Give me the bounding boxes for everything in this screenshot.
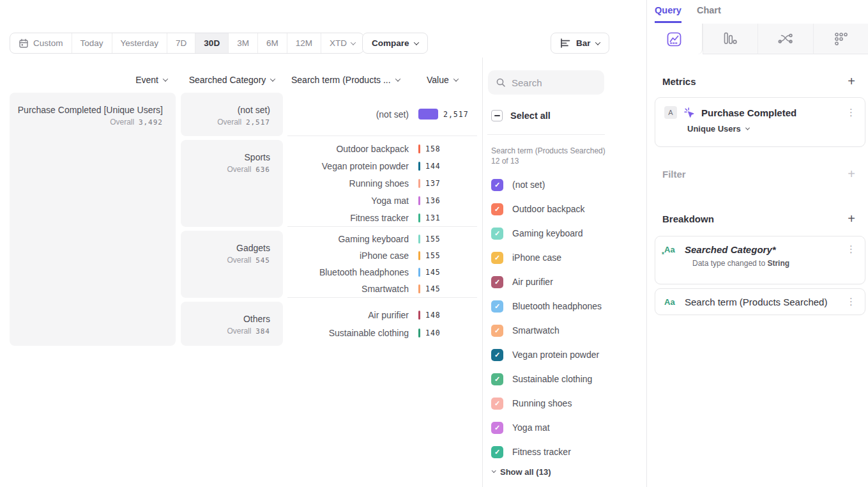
legend-item[interactable]: ✓iPhone case (491, 245, 638, 270)
show-all-link[interactable]: Show all (13) (492, 467, 551, 477)
search-term-label: Vegan protein powder (287, 161, 409, 171)
table-row[interactable]: Sustainable clothing140 (287, 324, 477, 342)
tab-insights[interactable] (647, 24, 703, 54)
tab-flows[interactable] (758, 24, 813, 54)
column-header-searched-category[interactable]: Searched Category (181, 74, 283, 86)
table-row[interactable]: Smartwatch145 (287, 281, 477, 297)
legend-item-checkbox[interactable]: ✓ (491, 252, 503, 264)
chart-type-button[interactable]: Bar (551, 33, 609, 54)
table-row[interactable]: Outdoor backpack158 (287, 140, 477, 157)
legend-item-label: Fitness tracker (512, 447, 571, 457)
search-input[interactable] (512, 77, 588, 88)
category-cell[interactable]: SportsOverall 636 (181, 140, 283, 227)
tab-funnels[interactable] (703, 24, 758, 54)
table-row[interactable]: Air purifier148 (287, 306, 477, 324)
table-row[interactable]: Vegan protein powder144 (287, 157, 477, 174)
tab-chart[interactable]: Chart (697, 5, 721, 23)
date-range-7d[interactable]: 7D (167, 33, 195, 53)
legend-item[interactable]: ✓Running shoes (491, 391, 638, 415)
tab-query[interactable]: Query (655, 5, 681, 23)
kebab-menu-icon[interactable]: ⋮ (846, 108, 856, 118)
legend-item-checkbox[interactable]: ✓ (491, 446, 503, 458)
legend-item-checkbox[interactable]: ✓ (491, 398, 503, 410)
legend-item[interactable]: ✓Bluetooth headphones (491, 294, 638, 318)
category-cell[interactable]: (not set)Overall 2,517 (181, 93, 283, 136)
legend-item[interactable]: ✓Outdoor backpack (491, 197, 638, 221)
add-filter-button[interactable]: + (845, 167, 858, 180)
date-range-xtd[interactable]: XTD (321, 33, 363, 53)
date-range-today[interactable]: Today (72, 33, 112, 53)
value-bar (418, 213, 420, 222)
measure-dropdown[interactable]: Unique Users (687, 124, 865, 134)
legend-item[interactable]: ✓Yoga mat (491, 415, 638, 440)
table-row[interactable]: (not set)2,517 (287, 105, 477, 123)
legend-item-checkbox[interactable]: ✓ (491, 373, 503, 385)
search-term-label: Bluetooth headphones (287, 267, 409, 277)
column-header-event[interactable]: Event (10, 74, 167, 86)
table-row[interactable]: Gaming keyboard155 (287, 231, 477, 247)
add-metric-button[interactable]: + (845, 75, 858, 88)
add-breakdown-button[interactable]: + (845, 212, 858, 225)
legend-item-checkbox[interactable]: ✓ (491, 228, 503, 240)
tab-retention[interactable] (813, 24, 868, 54)
legend-item-checkbox[interactable]: ✓ (491, 300, 503, 313)
date-range-yesterday[interactable]: Yesterday (112, 33, 167, 53)
legend-item-label: Sustainable clothing (512, 374, 592, 384)
table-row[interactable]: Yoga mat136 (287, 192, 477, 209)
breakdown-card[interactable]: AaSearch term (Products Searched)⋮ (655, 288, 865, 315)
legend-item-list: ✓(not set)✓Outdoor backpack✓Gaming keybo… (491, 173, 638, 464)
date-range-label: Custom (33, 38, 63, 48)
category-name: Sports (188, 151, 270, 163)
table-row[interactable]: Fitness tracker131 (287, 209, 477, 226)
date-range-custom[interactable]: Custom (10, 33, 72, 53)
date-range-12m[interactable]: 12M (287, 33, 321, 53)
metric-event-name: Purchase Completed (701, 107, 840, 118)
metric-card[interactable]: A Purchase Completed ⋮ Unique Users (655, 97, 865, 147)
legend-item-checkbox[interactable]: ✓ (491, 276, 503, 288)
divider (646, 0, 647, 487)
date-range-label: 6M (266, 38, 278, 48)
divider (482, 58, 483, 487)
chevron-down-icon (453, 76, 459, 81)
kebab-menu-icon[interactable]: ⋮ (846, 297, 856, 307)
column-header-value[interactable]: Value (427, 74, 458, 86)
insights-icon (667, 32, 681, 47)
property-type-icon: Aa* (664, 245, 678, 254)
date-range-30d[interactable]: 30D (195, 33, 228, 53)
breakdown-property-name: Search term (Products Searched) (685, 297, 840, 307)
legend-item[interactable]: ✓(not set) (491, 173, 638, 197)
legend-item[interactable]: ✓Smartwatch (491, 318, 638, 343)
compare-button[interactable]: Compare (362, 33, 428, 54)
legend-subtitle: Search term (Products Searched) 12 of 13 (491, 146, 609, 166)
legend-item-checkbox[interactable]: ✓ (491, 349, 503, 361)
date-range-label: XTD (330, 38, 347, 48)
legend-item-checkbox[interactable]: ✓ (491, 179, 503, 191)
category-name: Gadgets (188, 242, 270, 254)
category-cell[interactable]: GadgetsOverall 545 (181, 231, 283, 298)
legend-item[interactable]: ✓Vegan protein powder (491, 343, 638, 367)
kebab-menu-icon[interactable]: ⋮ (846, 245, 856, 254)
report-type-strip (647, 24, 868, 54)
legend-item-checkbox[interactable]: ✓ (491, 422, 503, 434)
legend-item[interactable]: ✓Sustainable clothing (491, 367, 638, 391)
legend-item-checkbox[interactable]: ✓ (491, 325, 503, 337)
event-cell[interactable]: Purchase Completed [Unique Users] Overal… (10, 93, 176, 346)
search-box[interactable] (488, 70, 604, 95)
date-range-3m[interactable]: 3M (228, 33, 257, 53)
value-label: 145 (425, 284, 441, 293)
category-cell[interactable]: OthersOverall 384 (181, 302, 283, 346)
value-bar (418, 284, 420, 293)
legend-item-checkbox[interactable]: ✓ (491, 203, 503, 215)
value-label: 155 (425, 235, 441, 244)
table-row[interactable]: iPhone case155 (287, 247, 477, 264)
table-row[interactable]: Running shoes137 (287, 174, 477, 192)
legend-item[interactable]: ✓Air purifier (491, 270, 638, 294)
legend-item[interactable]: ✓Fitness tracker (491, 440, 638, 464)
select-all-checkbox[interactable]: Select all (491, 110, 551, 121)
event-name: Purchase Completed [Unique Users] (17, 104, 163, 116)
date-range-6m[interactable]: 6M (257, 33, 287, 53)
breakdown-card[interactable]: Aa*Searched Category*⋮Data type changed … (655, 236, 865, 284)
column-header-search-term[interactable]: Search term (Products ... (291, 74, 400, 86)
legend-item[interactable]: ✓Gaming keyboard (491, 221, 638, 245)
table-row[interactable]: Bluetooth headphones145 (287, 264, 477, 281)
